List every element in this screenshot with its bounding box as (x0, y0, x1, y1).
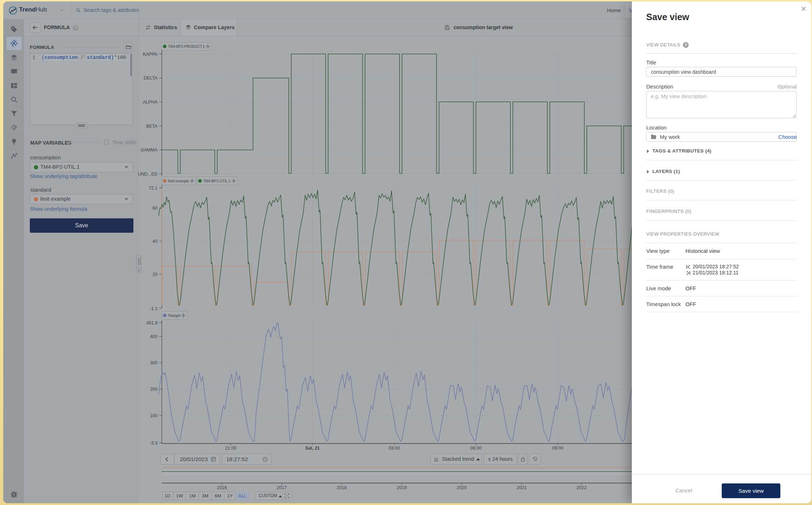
svg-text:GAMMA: GAMMA (141, 147, 158, 153)
svg-text:DELTA: DELTA (144, 76, 158, 81)
svg-text:09:00: 09:00 (552, 446, 563, 451)
svg-text:2022: 2022 (576, 485, 587, 490)
svg-text:20: 20 (152, 272, 158, 277)
svg-text:-3.3: -3.3 (150, 441, 158, 446)
svg-text:KAPPA: KAPPA (143, 52, 158, 57)
svg-text:2017: 2017 (277, 485, 287, 490)
svg-text:BETA: BETA (146, 124, 158, 129)
svg-text:UND...ED: UND...ED (138, 172, 158, 177)
svg-text:ALPHA: ALPHA (143, 100, 158, 105)
svg-text:2019: 2019 (397, 485, 407, 490)
svg-text:2021: 2021 (517, 485, 527, 490)
svg-text:200: 200 (150, 387, 158, 392)
svg-text:Sat, 21: Sat, 21 (305, 446, 320, 451)
svg-text:72.1: 72.1 (149, 186, 158, 191)
svg-text:21:00: 21:00 (225, 446, 236, 451)
svg-text:2018: 2018 (337, 485, 347, 490)
svg-text:300: 300 (150, 360, 158, 365)
svg-text:400: 400 (150, 334, 158, 339)
svg-text:100: 100 (150, 413, 158, 418)
svg-text:03:00: 03:00 (389, 446, 400, 451)
svg-text:2016: 2016 (217, 485, 227, 490)
svg-text:40: 40 (152, 239, 158, 244)
svg-text:2020: 2020 (457, 485, 467, 490)
svg-text:60: 60 (152, 206, 158, 211)
svg-text:-1.1: -1.1 (150, 306, 158, 311)
svg-text:451.9: 451.9 (146, 320, 158, 326)
svg-text:06:00: 06:00 (470, 446, 482, 451)
